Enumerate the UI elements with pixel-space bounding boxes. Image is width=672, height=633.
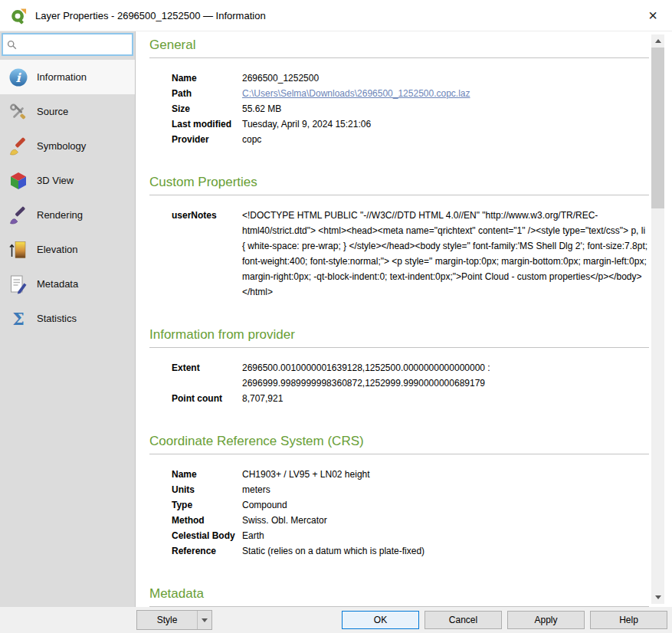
sigma-icon: Σ (7, 307, 30, 330)
help-button[interactable]: Help (590, 611, 667, 629)
footer-button-bar: Style OK Cancel Apply Help (0, 607, 672, 633)
section-coordinate-reference-system-crs-: Coordinate Reference System (CRS)NameCH1… (149, 434, 649, 559)
information-icon: i (7, 66, 30, 89)
ok-button[interactable]: OK (342, 611, 419, 629)
property-label: Celestial Body (172, 528, 242, 543)
section-heading: Information from provider (149, 327, 649, 343)
sidebar-item-label: 3D View (37, 175, 74, 186)
section-heading: Custom Properties (149, 175, 649, 190)
property-value: Earth (242, 528, 649, 543)
sidebar-item-information[interactable]: iInformation (0, 60, 135, 94)
sidebar-item-source[interactable]: Source (0, 94, 135, 129)
sidebar-item-label: Symbology (37, 140, 86, 152)
property-table: userNotes<!DOCTYPE HTML PUBLIC "-//W3C//… (172, 208, 649, 300)
source-icon (7, 100, 30, 123)
section-divider (149, 347, 649, 348)
sidebar-item-3d-view[interactable]: 3D View (0, 163, 135, 198)
vertical-scrollbar[interactable] (651, 34, 664, 604)
section-heading: Coordinate Reference System (CRS) (149, 434, 649, 449)
property-table: Extent2696500.0010000001639128,1252500.0… (172, 360, 649, 406)
property-value: Compound (242, 497, 649, 513)
sidebar-item-label: Elevation (37, 244, 77, 255)
search-icon (7, 40, 17, 50)
qgis-logo-icon (9, 6, 28, 25)
sidebar-item-rendering[interactable]: Rendering (0, 198, 135, 232)
property-value: copc (242, 132, 649, 147)
sidebar-item-symbology[interactable]: Symbology (0, 129, 135, 163)
dialog-buttons: OK Cancel Apply Help (342, 611, 667, 629)
property-value: Tuesday, April 9, 2024 15:21:06 (242, 116, 649, 132)
property-label: userNotes (172, 208, 242, 300)
sidebar-item-statistics[interactable]: ΣStatistics (0, 301, 135, 336)
scrollbar-thumb[interactable] (651, 48, 664, 208)
scrollbar-track[interactable] (651, 48, 664, 591)
property-table: NameCH1903+ / LV95 + LN02 heightUnitsmet… (172, 467, 649, 559)
section-divider (149, 57, 649, 58)
property-label: Provider (172, 132, 242, 147)
paintbrush-icon (7, 204, 30, 227)
dialog-body: iInformationSourceSymbology3D ViewRender… (0, 31, 672, 607)
property-table: Name2696500_1252500PathC:\Users\Selma\Do… (172, 71, 649, 147)
content-sections: GeneralName2696500_1252500PathC:\Users\S… (136, 31, 672, 607)
section-information-from-provider: Information from providerExtent2696500.0… (149, 327, 649, 406)
file-path-link[interactable]: C:\Users\Selma\Downloads\2696500_1252500… (242, 88, 470, 99)
property-label: Path (172, 86, 242, 101)
layer-properties-dialog: Layer Properties - 2696500_1252500 — Inf… (0, 0, 672, 633)
property-label: Size (172, 101, 242, 116)
sidebar-item-label: Rendering (37, 209, 83, 221)
apply-button[interactable]: Apply (507, 611, 585, 629)
property-value: 55.62 MB (242, 101, 649, 116)
property-label: Reference (172, 543, 242, 559)
chevron-down-icon (197, 611, 211, 629)
property-label: Name (172, 71, 242, 86)
scroll-down-arrow-icon[interactable] (651, 591, 664, 604)
sidebar-item-metadata[interactable]: Metadata (0, 267, 135, 301)
sidebar-item-label: Source (37, 106, 68, 117)
search-input[interactable] (20, 38, 128, 51)
property-label: Extent (172, 360, 242, 391)
section-heading: Metadata (149, 586, 649, 602)
property-label: Type (172, 497, 242, 513)
section-custom-properties: Custom PropertiesuserNotes<!DOCTYPE HTML… (149, 175, 649, 300)
property-label: Name (172, 467, 242, 482)
property-value: C:\Users\Selma\Downloads\2696500_1252500… (242, 86, 649, 101)
sidebar: iInformationSourceSymbology3D ViewRender… (0, 31, 136, 607)
metadata-document-icon (7, 273, 30, 296)
sidebar-list: iInformationSourceSymbology3D ViewRender… (0, 60, 135, 607)
style-button[interactable]: Style (136, 610, 212, 630)
svg-text:Σ: Σ (12, 309, 25, 329)
content-panel: GeneralName2696500_1252500PathC:\Users\S… (136, 31, 672, 607)
property-value: 2696500.0010000001639128,1252500.0000000… (242, 360, 649, 391)
property-value: <!DOCTYPE HTML PUBLIC "-//W3C//DTD HTML … (242, 208, 649, 300)
cancel-button[interactable]: Cancel (425, 611, 502, 629)
section-general: GeneralName2696500_1252500PathC:\Users\S… (149, 38, 649, 147)
property-value: 2696500_1252500 (242, 71, 649, 86)
style-button-label: Style (137, 615, 197, 625)
property-value: Static (relies on a datum which is plate… (242, 543, 649, 559)
property-value: meters (242, 482, 649, 497)
property-label: Point count (172, 391, 242, 406)
property-label: Method (172, 513, 242, 528)
section-metadata: Metadata (149, 586, 649, 607)
close-icon[interactable]: × (640, 1, 666, 30)
sidebar-item-label: Statistics (37, 313, 77, 324)
property-label: Last modified (172, 116, 242, 132)
section-divider (149, 195, 649, 195)
scroll-up-arrow-icon[interactable] (651, 34, 664, 48)
sidebar-item-label: Information (37, 71, 87, 83)
property-value: CH1903+ / LV95 + LN02 height (242, 467, 649, 482)
elevation-gradient-icon (7, 238, 30, 261)
property-label: Units (172, 482, 242, 497)
window-title: Layer Properties - 2696500_1252500 — Inf… (35, 10, 266, 21)
symbology-icon (7, 135, 30, 158)
property-value: 8,707,921 (242, 391, 649, 406)
section-divider (149, 454, 649, 454)
search-box[interactable] (2, 33, 133, 56)
cube-3d-icon (7, 169, 30, 192)
property-value: Swiss. Obl. Mercator (242, 513, 649, 528)
sidebar-item-label: Metadata (37, 278, 78, 290)
titlebar: Layer Properties - 2696500_1252500 — Inf… (0, 0, 672, 31)
sidebar-item-elevation[interactable]: Elevation (0, 232, 135, 267)
section-heading: General (149, 38, 649, 53)
